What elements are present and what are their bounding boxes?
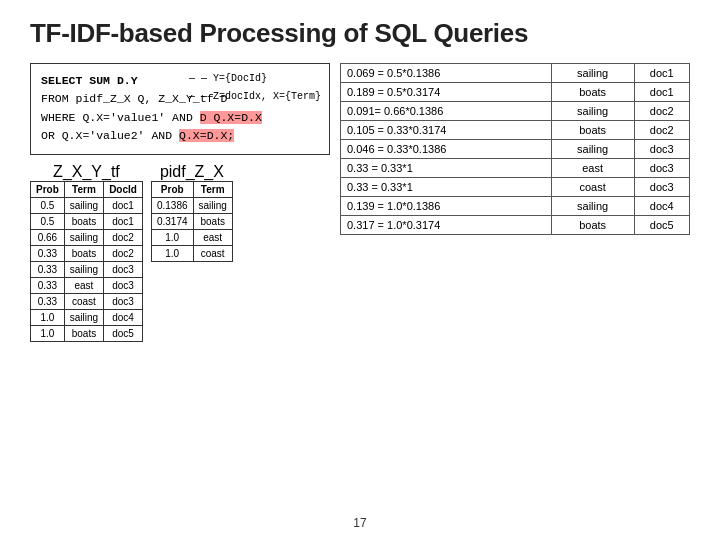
table-row: 0.33boatsdoc2: [31, 245, 143, 261]
zxy-col-docid: DocId: [104, 181, 143, 197]
table-row: 0.139 = 1.0*0.1386sailingdoc4: [341, 197, 690, 216]
table-row: 0.046 = 0.33*0.1386sailingdoc3: [341, 140, 690, 159]
table-row: 0.33sailingdoc3: [31, 261, 143, 277]
pidf-table-title: pidf_Z_X: [160, 163, 224, 181]
pidf-col-term: Term: [193, 181, 232, 197]
slide: TF-IDF-based Processing of SQL Queries —…: [0, 0, 720, 540]
legend-line1: — — Y={DocId}: [189, 70, 321, 88]
pidf-table-wrapper: pidf_Z_X Prob Term 0.1386sailing0.3174bo…: [151, 163, 233, 262]
tables-row: Z_X_Y_tf Prob Term DocId 0.5sailingdoc10…: [30, 163, 330, 342]
table-row: 0.3174boats: [151, 213, 232, 229]
table-row: 0.189 = 0.5*0.3174boatsdoc1: [341, 83, 690, 102]
zxy-table-title: Z_X_Y_tf: [53, 163, 120, 181]
calc-table: 0.069 = 0.5*0.1386sailingdoc10.189 = 0.5…: [340, 63, 690, 235]
table-row: 0.66sailingdoc2: [31, 229, 143, 245]
table-row: 0.069 = 0.5*0.1386sailingdoc1: [341, 64, 690, 83]
table-row: 0.33 = 0.33*1coastdoc3: [341, 178, 690, 197]
pidf-table: Prob Term 0.1386sailing0.3174boats1.0eas…: [151, 181, 233, 262]
table-row: 0.5boatsdoc1: [31, 213, 143, 229]
zxy-table-wrapper: Z_X_Y_tf Prob Term DocId 0.5sailingdoc10…: [30, 163, 143, 342]
table-row: 0.5sailingdoc1: [31, 197, 143, 213]
sql-legend: — — Y={DocId} — — Z=docIdx, X={Term}: [189, 70, 321, 106]
zxy-table: Prob Term DocId 0.5sailingdoc10.5boatsdo…: [30, 181, 143, 342]
table-row: 0.091= 0.66*0.1386sailingdoc2: [341, 102, 690, 121]
page-title: TF-IDF-based Processing of SQL Queries: [30, 18, 690, 49]
table-row: 0.1386sailing: [151, 197, 232, 213]
page-number: 17: [353, 516, 366, 530]
table-row: 0.105 = 0.33*0.3174boatsdoc2: [341, 121, 690, 140]
zxy-col-prob: Prob: [31, 181, 65, 197]
table-row: 1.0boatsdoc5: [31, 325, 143, 341]
right-panel: 0.069 = 0.5*0.1386sailingdoc10.189 = 0.5…: [340, 63, 690, 235]
table-row: 0.33coastdoc3: [31, 293, 143, 309]
table-row: 0.33eastdoc3: [31, 277, 143, 293]
sql-line3: WHERE Q.X='value1' AND D Q.X=D.X: [41, 109, 319, 127]
legend-line2: — — Z=docIdx, X={Term}: [189, 88, 321, 106]
sql-box: — — Y={DocId} — — Z=docIdx, X={Term} SEL…: [30, 63, 330, 155]
table-row: 1.0east: [151, 229, 232, 245]
table-row: 0.317 = 1.0*0.3174boatsdoc5: [341, 216, 690, 235]
table-row: 0.33 = 0.33*1eastdoc3: [341, 159, 690, 178]
left-panel: — — Y={DocId} — — Z=docIdx, X={Term} SEL…: [30, 63, 330, 342]
sql-line4: OR Q.X='value2' AND Q.X=D.X;: [41, 127, 319, 145]
content-area: — — Y={DocId} — — Z=docIdx, X={Term} SEL…: [30, 63, 690, 342]
pidf-col-prob: Prob: [151, 181, 193, 197]
table-row: 1.0sailingdoc4: [31, 309, 143, 325]
table-row: 1.0coast: [151, 245, 232, 261]
zxy-col-term: Term: [64, 181, 103, 197]
